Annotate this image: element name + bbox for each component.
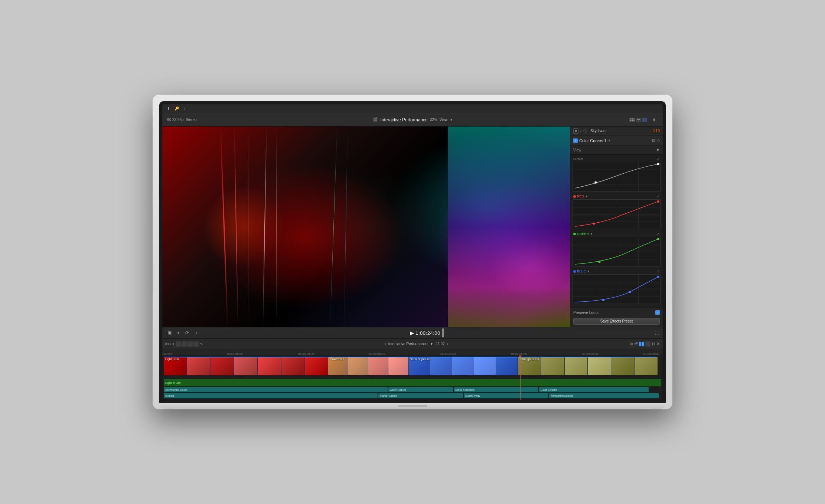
share-icon[interactable]: ⬆ [652,118,658,122]
headphones-icon[interactable]: ⏎ [634,341,638,346]
timeline-dropdown[interactable]: ▼ [430,342,433,346]
curves-checkbox[interactable]: ✓ [573,138,578,143]
thumb-nn-5 [496,357,518,375]
right-panel: ⬦ ⓘ Skydivers 9:10 ✓ Color Curves 1 ▼ [570,127,663,327]
video-preview [162,127,570,327]
preserve-luma-checkbox[interactable]: ✓ [655,310,660,315]
toolbar: 8K 23.98p, Stereo 🎬 Interactive Performa… [162,113,663,127]
timestamp-label: 9:10 [653,129,660,133]
green-graph[interactable] [573,237,661,266]
magnifier-icon[interactable]: ⊡ [652,342,655,346]
controls-bar: ▣ ⌖ ⟳ ♪ ▶ 1:00:24:00 ⛶ [162,327,663,339]
view-dropdown[interactable]: View [440,118,448,122]
save-effects-button[interactable]: Save Effects Preset [573,318,660,325]
audio-clip-shimmering[interactable]: Shimmering Sound [164,387,388,392]
luma-section: LUMA ⤢ [573,157,661,192]
clip-neon-night[interactable]: Neon Night Life [408,357,518,375]
prev-clip-btn[interactable]: ‹ [385,342,386,346]
timeline-tracks: Light Leak [162,356,663,400]
audio-clip-whisper[interactable]: Whispering Sounds [549,393,659,398]
ruler-mark-1: 01:00:05:00 [227,352,242,356]
view-tab-btn[interactable]: ▼ [656,148,660,152]
audio-clip-plants[interactable]: Plants Rustling [378,393,463,398]
zoom-in-icon[interactable]: ⊞ [630,342,633,346]
luma-label-row: LUMA ⤢ [573,157,661,161]
pause-button[interactable] [442,328,444,337]
blue-label-row: BLUE ▼ ⤢ [573,269,661,273]
grid-icon-1[interactable] [629,118,635,122]
index-label[interactable]: Index [165,342,174,346]
inspector-icon-1[interactable] [573,128,578,134]
green-chevron[interactable]: ▼ [590,232,593,236]
zoom-label: 32% [430,118,437,122]
red-expand-icon[interactable]: ⤢ [657,194,660,198]
audio-clip-water[interactable]: Water Ripples [388,387,453,392]
speed-icon[interactable]: ⟳ [184,330,190,336]
blue-dot [573,270,576,273]
timeline-icon-2[interactable] [182,341,187,347]
ruler-mark-2: 01:00:10:00 [298,352,314,356]
clip-icon[interactable]: ▣ [166,330,173,336]
red-graph[interactable] [573,199,661,229]
red-label-name: RED ▼ [573,194,588,198]
timeline-icon-3[interactable] [188,341,193,347]
light-streak-5 [276,127,277,327]
audio-plants-label: Plants Rustling [380,395,397,397]
color-bg-icon[interactable] [639,342,644,346]
timeline-duration: 47:07 [436,342,445,346]
red-chevron[interactable]: ▼ [585,195,588,198]
tool-icon[interactable]: ⌖ [175,330,182,336]
audio-main-track[interactable]: Light of Life [164,379,661,386]
grid-icon-2[interactable] [636,118,641,122]
blue-expand-icon[interactable]: ⤢ [657,269,660,273]
preserve-luma-label: Preserve Luma [573,311,599,315]
checkmark-circle-icon[interactable]: ✓ [182,106,188,111]
next-clip-btn[interactable]: › [447,342,448,346]
playhead[interactable] [520,356,521,400]
key-icon[interactable]: 🔑 [174,106,179,111]
audio-clip-party[interactable]: Distant Party [464,393,548,398]
timeline-icon-4[interactable] [193,341,199,347]
ruler-mark-4: 01:00:20:00 [440,352,456,356]
red-section: RED ▼ ⤢ [573,194,661,229]
download-icon[interactable]: ⬇ [166,106,171,111]
audio-water-label: Water Ripples [390,389,406,391]
green-expand-icon[interactable]: ⤢ [657,232,660,236]
red-label-row: RED ▼ ⤢ [573,194,661,198]
close-icon[interactable]: ✕ [656,341,660,346]
blue-graph[interactable] [573,274,661,304]
audio-icon[interactable]: ♪ [193,330,199,336]
audio-clip-drone[interactable]: Drone Ambiance [454,387,538,392]
panel-header: ✓ Color Curves 1 ▼ ⊡ ◇ [570,135,663,146]
info-icon[interactable]: ⓘ [583,128,587,134]
panel-footer: Preserve Luma ✓ Save Effects Preset [570,308,663,327]
blue-chevron[interactable]: ▼ [587,270,590,273]
timeline-view-icons [176,341,199,347]
project-name-label: Skydivers [590,129,650,133]
panel-header-left: ✓ Color Curves 1 ▼ [573,138,611,143]
chevron-icon[interactable]: ▼ [608,139,611,142]
inspector-icon-2[interactable]: ⬦ [580,129,582,133]
clip-light-leak[interactable]: Light Leak [164,357,328,375]
main-area: ⬦ ⓘ Skydivers 9:10 ✓ Color Curves 1 ▼ [162,127,663,327]
ruler-mark-7: 01:00:35:00 [643,352,659,356]
timeline-icon-1[interactable] [176,341,181,347]
clip-through-glass[interactable]: Through Glass [518,357,657,375]
audio-clip-glass[interactable]: Glass Clinking [539,387,649,392]
grid-icon-3[interactable] [642,118,647,122]
window-btn[interactable]: ⊡ [652,138,655,143]
clip-view-icon[interactable] [645,341,650,347]
luma-graph[interactable] [573,162,661,192]
play-button[interactable]: ▶ [410,330,414,336]
thumb-tg-2 [541,357,564,375]
menu-bar-left: ⬇ 🔑 ✓ [166,106,188,111]
fullscreen-icon[interactable]: ⛶ [655,330,659,336]
audio-whisper-label: Whispering Sounds [551,395,573,397]
clip-flower-girl[interactable]: Flower Girl [328,357,408,375]
audio-clip-ringing[interactable]: Ringing [164,393,378,398]
ruler-mark-5: 01:00:25:00 [511,352,527,356]
ruler-mark-6: 01:00:30:00 [582,352,598,356]
cursor-icon[interactable]: ↖ [200,342,203,346]
luma-expand-icon[interactable]: ⤢ [657,157,660,161]
diamond-btn[interactable]: ◇ [657,138,660,143]
